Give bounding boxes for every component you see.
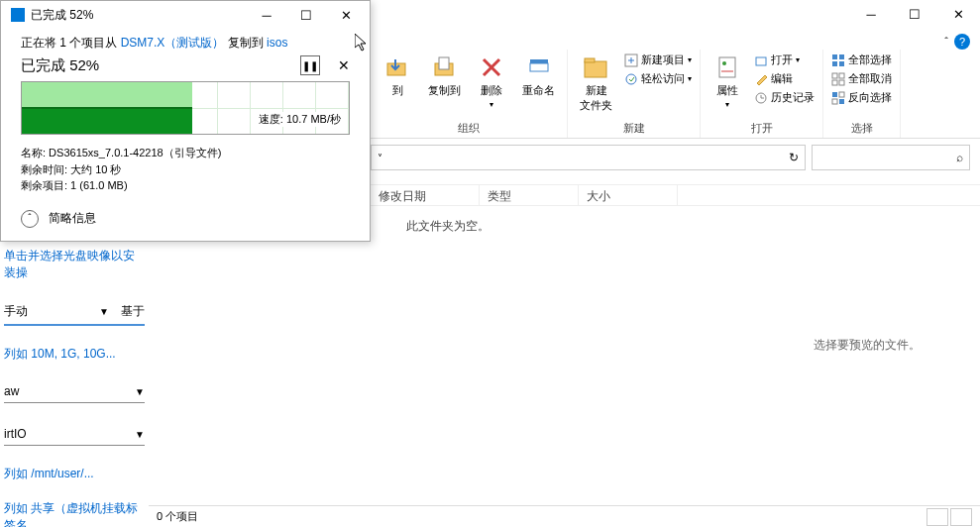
svg-point-10 [722,61,726,65]
dialog-maximize-button[interactable]: ☐ [286,1,326,29]
maximize-button[interactable]: ☐ [893,0,936,28]
edit-label: 编辑 [771,71,793,86]
open-group-label: 打开 [751,121,773,136]
svg-rect-16 [839,61,844,66]
svg-rect-21 [832,92,837,97]
ribbon-collapse-icon[interactable]: ˆ [944,36,948,48]
new-group-label: 新建 [623,121,645,136]
progress-title: 已完成 52% [21,56,99,75]
col-type[interactable]: 类型 [480,185,579,205]
mode-value: 手动 [4,303,28,320]
svg-rect-18 [839,73,844,78]
collapse-details-icon[interactable]: ˆ [21,210,39,228]
dialog-titlebar: 已完成 52% ─ ☐ ✕ [1,1,370,29]
copy-progress-dialog: 已完成 52% ─ ☐ ✕ 正在将 1 个项目从 DSM7.X（测试版） 复制到… [0,0,371,242]
svg-rect-4 [530,59,548,63]
refresh-icon[interactable]: ↻ [789,151,799,164]
open-label: 打开 [771,53,793,67]
hint-size: 列如 10M, 1G, 10G... [4,346,145,363]
aw-value: aw [4,384,19,398]
progress-bar: 速度: 10.7 MB/秒 [21,81,350,135]
window-controls: ─ ☐ ✕ [849,0,980,28]
newitem-label: 新建项目 [641,53,685,67]
newitem-button[interactable]: 新建项目▾ [622,52,694,68]
history-label: 历史记录 [771,90,815,105]
selectall-button[interactable]: 全部选择 [829,52,894,68]
newfolder-label: 新建 文件夹 [580,83,612,113]
view-large-icon[interactable] [950,508,972,526]
svg-rect-9 [719,57,735,77]
help-icon[interactable]: ? [954,34,970,50]
col-moddate[interactable]: 修改日期 [371,185,480,205]
mode-dropdown[interactable]: 手动 ▼ 基于 [4,299,145,326]
properties-button[interactable]: 属性 ▾ [707,52,748,111]
view-details-icon[interactable] [926,508,948,526]
virtio-dropdown[interactable]: irtIO ▼ [4,423,145,446]
left-panel: 单击并选择光盘映像以安装操 手动 ▼ 基于 列如 10M, 1G, 10G...… [0,242,149,527]
edit-button[interactable]: 编辑 [752,70,817,87]
aw-dropdown[interactable]: aw ▼ [4,380,145,403]
svg-rect-2 [439,57,449,69]
minimize-button[interactable]: ─ [849,0,893,28]
easyaccess-button[interactable]: 轻松访问▾ [622,70,694,87]
open-button[interactable]: 打开▾ [752,52,817,68]
ribbon-group-new: 新建 文件夹 新建项目▾ 轻松访问▾ 新建 [568,50,701,138]
history-button[interactable]: 历史记录 [752,89,817,106]
properties-label: 属性 [716,83,738,98]
moveto-button[interactable]: 到 [377,52,418,100]
search-input[interactable]: ⌕ [812,145,970,170]
svg-rect-11 [756,57,766,65]
preview-message: 选择要预览的文件。 [814,337,921,354]
close-button[interactable]: ✕ [936,0,980,28]
dest-link[interactable]: isos [267,36,287,50]
invert-button[interactable]: 反向选择 [829,89,894,106]
link-choose-iso[interactable]: 单击并选择光盘映像以安装操 [4,248,145,281]
speed-label: 速度: 10.7 MB/秒 [257,112,343,127]
delete-label: 删除 [481,83,502,98]
item-count: 0 个项目 [157,509,198,524]
ribbon: 到 复制到 删除 ▾ 重命名 组织 [371,50,980,139]
delete-button[interactable]: 删除 ▾ [471,52,512,111]
copy-description: 正在将 1 个项目从 DSM7.X（测试版） 复制到 isos [21,35,350,52]
file-name-label: 名称: DS3615xs_7.0.1-42218（引导文件) [21,145,350,161]
virtio-value: irtIO [4,427,27,441]
rename-label: 重命名 [522,83,555,98]
invert-label: 反向选择 [848,90,892,105]
newfolder-button[interactable]: 新建 文件夹 [574,52,618,115]
dialog-minimize-button[interactable]: ─ [247,1,286,29]
base-label: 基于 [121,303,145,320]
svg-rect-15 [832,61,837,66]
svg-rect-17 [832,73,837,78]
svg-rect-19 [832,80,837,85]
address-bar[interactable]: ˅ ↻ [371,145,806,170]
svg-rect-5 [585,61,606,77]
copyto-button[interactable]: 复制到 [422,52,467,100]
svg-rect-23 [839,92,844,97]
ribbon-group-select: 全部选择 全部取消 反向选择 选择 [823,50,901,138]
status-bar: 0 个项目 [149,505,980,527]
chevron-down-icon: ▼ [99,306,109,317]
select-group-label: 选择 [851,121,873,136]
col-size[interactable]: 大小 [579,185,678,205]
dialog-close-button[interactable]: ✕ [326,1,366,29]
svg-rect-14 [839,54,844,59]
search-icon[interactable]: ⌕ [956,151,963,164]
brief-info-label[interactable]: 简略信息 [49,210,96,227]
selectnone-label: 全部取消 [848,71,892,86]
dialog-icon [11,8,25,22]
pause-button[interactable]: ❚❚ [300,55,320,75]
selectnone-button[interactable]: 全部取消 [829,70,894,87]
cancel-button[interactable]: ✕ [338,57,350,73]
ribbon-collapse-area: ˆ ? [944,34,970,50]
svg-point-8 [626,74,636,84]
dropdown-icon[interactable]: ˅ [378,153,382,163]
selectall-label: 全部选择 [848,53,892,67]
ribbon-group-organize: 到 复制到 删除 ▾ 重命名 组织 [371,50,568,138]
chevron-down-icon: ▼ [135,429,145,440]
source-link[interactable]: DSM7.X（测试版） [121,36,225,50]
moveto-label: 到 [392,83,403,98]
copyto-label: 复制到 [428,83,461,98]
chevron-down-icon: ▼ [135,386,145,397]
empty-folder-message: 此文件夹为空。 [406,218,490,235]
rename-button[interactable]: 重命名 [516,52,561,100]
